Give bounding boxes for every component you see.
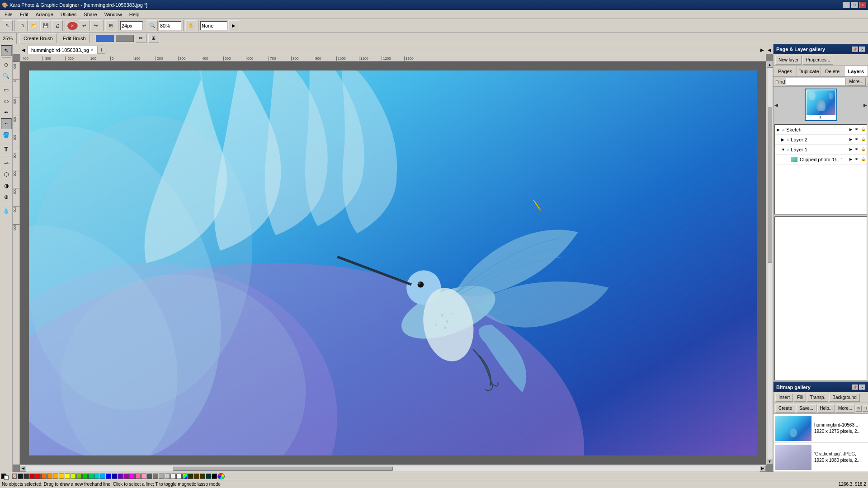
- edit-brush-btn[interactable]: Edit Brush: [59, 33, 90, 43]
- color-swatch-brown[interactable]: [194, 474, 199, 479]
- tab-hummingbird[interactable]: hummingbird-1056383.jpg ×: [27, 46, 97, 54]
- vscroll-up-btn[interactable]: ▲: [767, 61, 773, 68]
- color-swatch-darkcyan[interactable]: [206, 474, 211, 479]
- page-thumbnail[interactable]: 1.: [805, 89, 837, 121]
- color-swatch-darkorange[interactable]: [47, 474, 52, 479]
- page-nav-left[interactable]: ◀: [774, 103, 778, 108]
- text-tool[interactable]: T: [1, 144, 12, 155]
- new-layer-btn[interactable]: New layer: [775, 56, 802, 65]
- menu-utilities[interactable]: Utilities: [57, 11, 80, 18]
- menu-share[interactable]: Share: [80, 11, 100, 18]
- layer-1-lock[interactable]: 🔒: [860, 147, 867, 151]
- close-button[interactable]: ×: [859, 2, 866, 8]
- color-swatch-lime[interactable]: [71, 474, 76, 479]
- vscrollbar[interactable]: ▲ ▼: [766, 61, 773, 465]
- tab-add-btn[interactable]: +: [97, 46, 105, 54]
- menu-file[interactable]: File: [1, 11, 16, 18]
- zoom-input[interactable]: [159, 21, 181, 30]
- bitmap-insert-btn[interactable]: Insert: [775, 394, 793, 402]
- menu-help[interactable]: Help: [126, 11, 143, 18]
- color-swatch-white[interactable]: [176, 474, 182, 479]
- color-swatch-brightyellow[interactable]: [65, 474, 70, 479]
- stop-btn[interactable]: ✕: [67, 21, 78, 30]
- layer-1-actions[interactable]: ▶: [849, 147, 853, 151]
- save-btn[interactable]: 💾: [40, 20, 51, 31]
- hscroll-left-btn[interactable]: ◀: [20, 465, 26, 472]
- layer-tree[interactable]: ▶ ≡ Sketch ▶ 👁 🔒 ▶ ≡ Layer 2 ▶ 👁 🔒 ▼ ≡ L…: [774, 124, 867, 215]
- bitmap-item-gradient[interactable]: 'Gradient.jpg', JPEG, 868 x 488 pixels…: [774, 443, 868, 472]
- arrow-btn[interactable]: ▶: [228, 20, 239, 31]
- clone-tool[interactable]: ⊕: [1, 192, 12, 202]
- color-swatch-blue[interactable]: [106, 474, 111, 479]
- layer-1-eye[interactable]: 👁: [854, 147, 859, 151]
- layer-sketch[interactable]: ▶ ≡ Sketch ▶ 👁 🔒: [775, 125, 867, 135]
- color-swatch-teal[interactable]: [88, 474, 94, 479]
- ellipse-tool[interactable]: ⬭: [1, 96, 12, 107]
- layer-clipped-actions[interactable]: ▶: [849, 157, 853, 161]
- layer-1-expand[interactable]: ▼: [781, 147, 786, 152]
- brush-tool-1[interactable]: ✏: [136, 34, 146, 43]
- layer-sketch-eye[interactable]: 👁: [854, 127, 859, 131]
- panel-collapse-btn[interactable]: ◀: [766, 46, 773, 54]
- bitmap-help-btn[interactable]: Help...: [817, 404, 835, 413]
- color-swatch-gray4[interactable]: [165, 474, 170, 479]
- color-swatch-darkred[interactable]: [29, 474, 35, 479]
- color-wheel-btn[interactable]: [217, 473, 225, 479]
- color-swatch-darkgray[interactable]: [24, 474, 29, 479]
- color-swatch-green[interactable]: [76, 474, 82, 479]
- tab-delete[interactable]: Delete: [821, 66, 844, 76]
- color-swatch-skyblue[interactable]: [100, 474, 105, 479]
- bitmap-item-hummingbird[interactable]: hummingbird-10563... 1920 x 1276 pixels,…: [774, 414, 868, 443]
- bitmap-view-btn2[interactable]: U: [863, 405, 868, 412]
- color-swatch-darkblue[interactable]: [112, 474, 117, 479]
- select-tool-btn[interactable]: ↖: [2, 20, 13, 31]
- layer-2-lock[interactable]: 🔒: [860, 137, 867, 141]
- color-swatch-olive[interactable]: [200, 474, 205, 479]
- minimize-button[interactable]: _: [843, 2, 850, 8]
- vscroll-thumb[interactable]: [768, 107, 772, 263]
- tab-scroll-right[interactable]: ▶: [759, 46, 766, 54]
- layer-sketch-expand[interactable]: ▶: [777, 127, 781, 132]
- view-btn[interactable]: ⊞: [105, 20, 116, 31]
- color-swatch-orange[interactable]: [41, 474, 47, 479]
- blend-tool[interactable]: ⊸: [1, 158, 12, 169]
- vscroll-down-btn[interactable]: ▼: [767, 458, 773, 465]
- menu-edit[interactable]: Edit: [16, 11, 32, 18]
- layer-clipped-eye[interactable]: 👁: [854, 157, 859, 161]
- eyedropper-tool[interactable]: 💧: [1, 206, 12, 216]
- background-color[interactable]: [4, 475, 9, 480]
- freehand-tool[interactable]: ~: [1, 118, 12, 129]
- size-input[interactable]: [120, 21, 143, 30]
- redo-btn[interactable]: ↪: [90, 20, 101, 31]
- bitmap-background-btn[interactable]: Background: [829, 394, 859, 402]
- color-swatch-magenta[interactable]: [129, 474, 135, 479]
- layer-2-actions[interactable]: ▶: [849, 137, 853, 141]
- layer-2-eye[interactable]: 👁: [854, 137, 859, 141]
- color-swatch-black[interactable]: [18, 474, 23, 479]
- node-tool[interactable]: ◇: [1, 59, 12, 70]
- hscrollbar[interactable]: ◀ ▶: [20, 465, 766, 472]
- bitmap-create-btn[interactable]: Create: [775, 404, 795, 413]
- tab-scroll-left[interactable]: ◀: [20, 46, 27, 54]
- hscroll-right-btn[interactable]: ▶: [760, 465, 766, 472]
- menu-window[interactable]: Window: [101, 11, 126, 18]
- tab-duplicate[interactable]: Duplicate: [797, 66, 821, 76]
- layer-sketch-actions[interactable]: ▶: [849, 127, 853, 131]
- hscroll-thumb[interactable]: [173, 466, 393, 471]
- color-swatch-brightgreen[interactable]: [82, 474, 88, 479]
- properties-btn[interactable]: Properties...: [802, 56, 833, 65]
- new-btn[interactable]: 🗋: [17, 20, 28, 31]
- vscroll-track[interactable]: [768, 68, 772, 458]
- tab-pages[interactable]: Pages: [774, 66, 797, 76]
- color-swatch-lightpink[interactable]: [141, 474, 146, 479]
- color-swatch-gray3[interactable]: [159, 474, 164, 479]
- color-swatch-gray1[interactable]: [147, 474, 152, 479]
- zoom-btn[interactable]: 🔍: [147, 20, 158, 31]
- shadow-tool[interactable]: ◑: [1, 180, 12, 191]
- color-swatch-red[interactable]: [35, 474, 41, 479]
- canvas-content[interactable]: [20, 61, 766, 465]
- titlebar-controls[interactable]: _ □ ×: [843, 2, 866, 8]
- panel-close-btn[interactable]: ×: [859, 47, 865, 52]
- bitmap-more-btn[interactable]: More...: [836, 404, 854, 413]
- hscroll-track[interactable]: [26, 466, 760, 471]
